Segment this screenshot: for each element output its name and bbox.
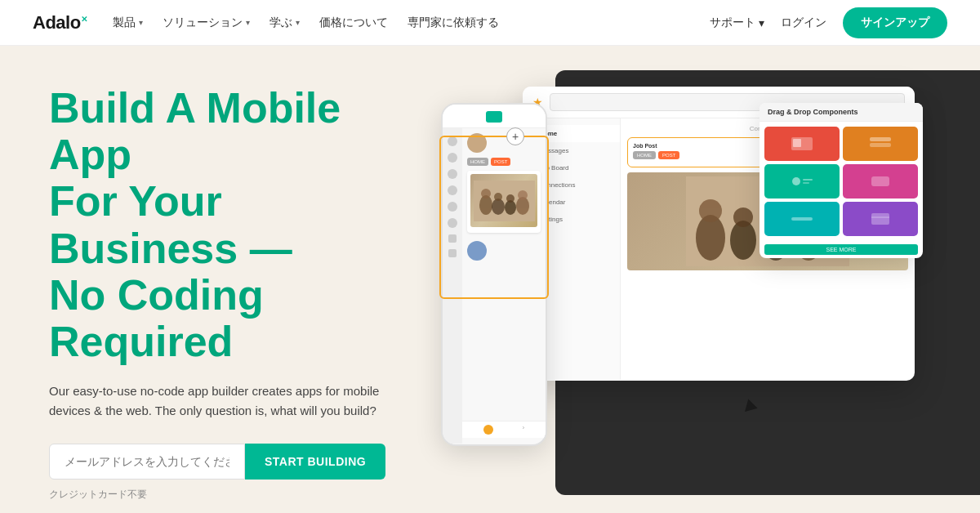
chevron-down-icon: ▾ — [296, 18, 300, 27]
bottom-nav-arrow: › — [523, 425, 524, 435]
nav-item-solutions[interactable]: ソリューション ▾ — [163, 16, 250, 30]
email-input[interactable] — [49, 444, 245, 480]
phone-tool-4 — [448, 185, 457, 195]
start-building-button[interactable]: START BUILDING — [245, 444, 385, 480]
phone-mockup: HOME POST — [441, 103, 547, 446]
avatar-1 — [467, 133, 487, 153]
signup-button[interactable]: サインアップ — [843, 7, 947, 38]
plus-button[interactable]: + — [506, 127, 524, 145]
svg-rect-24 — [803, 182, 809, 184]
no-credit-text: クレジットカード不要 — [49, 488, 408, 502]
nav-login[interactable]: ログイン — [781, 16, 826, 30]
dnd-component-4 — [843, 164, 918, 199]
monitor-icon — [486, 111, 502, 123]
navbar: Adalo✕ 製品 ▾ ソリューション ▾ 学ぶ ▾ 価格について 専門家に依頼… — [0, 0, 980, 46]
nav-item-products[interactable]: 製品 ▾ — [113, 16, 143, 30]
hero-section: Build A Mobile App For Your Business — N… — [0, 46, 980, 513]
svg-rect-23 — [803, 179, 813, 181]
logo-superscript: ✕ — [81, 14, 87, 23]
job-home-tag: HOME — [633, 151, 656, 159]
svg-rect-21 — [870, 143, 891, 147]
phone-image — [470, 174, 537, 227]
chevron-down-icon: ▾ — [139, 18, 143, 27]
svg-point-11 — [699, 199, 722, 222]
avatar-2 — [467, 241, 487, 261]
hero-left: Build A Mobile App For Your Business — N… — [0, 46, 457, 513]
nav-item-learn[interactable]: 学ぶ ▾ — [270, 16, 300, 30]
dnd-component-3 — [764, 164, 840, 199]
nav-links: 製品 ▾ ソリューション ▾ 学ぶ ▾ 価格について 専門家に依頼する — [113, 16, 710, 30]
svg-rect-20 — [870, 137, 891, 141]
dnd-component-1 — [764, 127, 840, 161]
svg-rect-26 — [791, 217, 813, 221]
bottom-nav-icon-1 — [483, 425, 493, 435]
cursor-arrow-icon — [740, 399, 757, 416]
nav-support[interactable]: サポート ▾ — [710, 16, 764, 30]
phone-tool-3 — [448, 169, 457, 179]
tag-home: HOME — [467, 158, 488, 166]
hero-title: Build A Mobile App For Your Business — N… — [49, 85, 408, 365]
mockup-container: + — [441, 87, 915, 479]
chevron-down-icon: ▾ — [246, 18, 250, 27]
drag-drop-panel: Drag & Drop Components — [760, 103, 923, 258]
nav-item-experts[interactable]: 専門家に依頼する — [408, 16, 499, 30]
phone-tool-6 — [448, 218, 457, 228]
phone-tool-2 — [448, 153, 457, 163]
hero-description: Our easy-to-use no-code app builder crea… — [49, 381, 392, 421]
phone-top-bar — [443, 105, 546, 128]
nav-right: サポート ▾ ログイン サインアップ — [710, 7, 947, 38]
hero-form: START BUILDING — [49, 444, 408, 480]
logo-text: Adalo✕ — [33, 12, 87, 33]
phone-tool-5 — [448, 202, 457, 212]
chevron-down-icon: ▾ — [759, 16, 764, 29]
svg-point-2 — [481, 189, 491, 199]
dnd-component-5 — [764, 202, 840, 236]
svg-point-13 — [733, 207, 753, 227]
svg-rect-25 — [871, 176, 889, 186]
logo[interactable]: Adalo✕ — [33, 12, 87, 33]
phone-tool-8 — [448, 249, 457, 257]
job-post-tag: POST — [658, 151, 679, 159]
hero-right: + — [457, 46, 980, 513]
tag-post: POST — [491, 158, 510, 166]
phone-tool-7 — [448, 234, 457, 243]
svg-point-6 — [506, 194, 514, 203]
nav-item-pricing[interactable]: 価格について — [319, 16, 388, 30]
svg-point-8 — [518, 190, 528, 200]
see-more-button[interactable]: SEE MORE — [764, 244, 918, 255]
phone-tool-1 — [448, 136, 457, 146]
svg-rect-19 — [793, 139, 801, 147]
svg-point-22 — [792, 177, 800, 185]
dnd-header: Drag & Drop Components — [760, 103, 923, 122]
dnd-component-2 — [843, 127, 918, 161]
dnd-component-6 — [843, 202, 918, 236]
svg-point-4 — [494, 193, 502, 201]
svg-rect-27 — [871, 213, 889, 225]
